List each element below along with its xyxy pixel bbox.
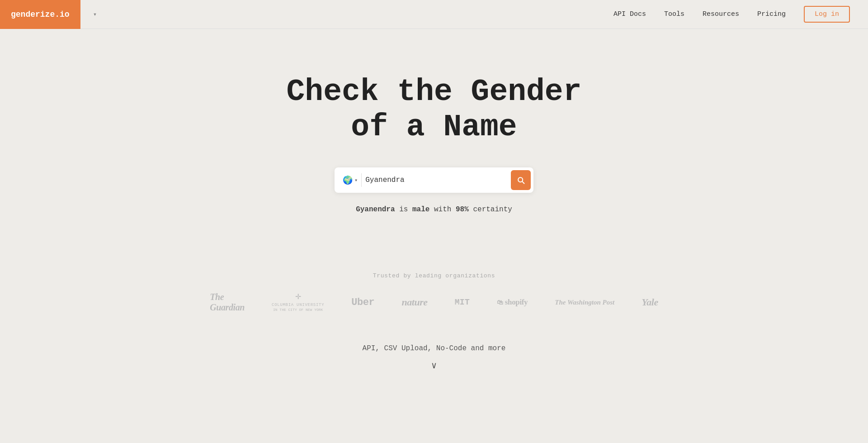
globe-icon: 🌍 xyxy=(343,175,353,185)
guardian-logo: TheGuardian xyxy=(210,292,245,313)
search-icon xyxy=(516,176,525,185)
trusted-section: Trusted by leading organizations TheGuar… xyxy=(0,272,868,331)
nav-pricing[interactable]: Pricing xyxy=(757,10,786,18)
navbar-links: API Docs Tools Resources Pricing Log in xyxy=(613,6,868,23)
country-selector-chevron: ▾ xyxy=(354,177,358,184)
result-percent: 98% xyxy=(456,205,469,214)
nav-resources[interactable]: Resources xyxy=(703,10,739,18)
logos-row: TheGuardian ✛ COLUMBIA UNIVERSITY IN THE… xyxy=(210,292,658,313)
shopify-logo: 🛍 shopify xyxy=(497,298,528,307)
gender-result: Gyanendra is male with 98% certainty xyxy=(356,205,512,214)
search-button[interactable] xyxy=(511,170,531,190)
hero-section: Check the Gender of a Name 🌍 ▾ Gyanendra… xyxy=(0,29,868,241)
logo[interactable]: genderize.io xyxy=(0,0,80,29)
washpost-logo: The Washington Post xyxy=(555,299,614,306)
hero-title: Check the Gender of a Name xyxy=(287,74,582,145)
search-bar: 🌍 ▾ xyxy=(335,167,533,193)
result-certainty: certainty xyxy=(473,205,512,214)
result-gender: male xyxy=(412,205,429,214)
api-section: API, CSV Upload, No-Code and more ∨ xyxy=(0,344,868,371)
logo-dropdown-chevron[interactable]: ▾ xyxy=(93,10,97,18)
api-label: API, CSV Upload, No-Code and more xyxy=(363,344,506,352)
trusted-label: Trusted by leading organizations xyxy=(373,272,495,279)
columbia-logo: ✛ COLUMBIA UNIVERSITY IN THE CITY OF NEW… xyxy=(272,292,324,313)
country-selector[interactable]: 🌍 ▾ xyxy=(339,173,362,187)
login-button[interactable]: Log in xyxy=(804,6,850,23)
uber-logo: Uber xyxy=(351,297,374,308)
nature-logo: nature xyxy=(401,296,427,308)
nav-api-docs[interactable]: API Docs xyxy=(613,10,646,18)
yale-logo: Yale xyxy=(642,296,658,308)
navbar: genderize.io ▾ API Docs Tools Resources … xyxy=(0,0,868,29)
logo-text: genderize.io xyxy=(11,10,70,19)
result-name: Gyanendra xyxy=(356,205,395,214)
name-search-input[interactable] xyxy=(365,176,511,184)
result-with: with xyxy=(434,205,456,214)
nav-tools[interactable]: Tools xyxy=(664,10,684,18)
navbar-left: genderize.io ▾ xyxy=(0,0,97,29)
scroll-down-chevron[interactable]: ∨ xyxy=(431,360,437,371)
mit-logo: MIT xyxy=(455,298,470,307)
result-verb: is xyxy=(399,205,412,214)
